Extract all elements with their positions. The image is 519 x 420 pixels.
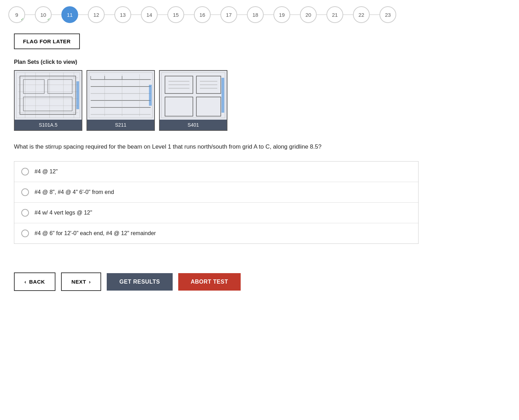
plan-sets-section: Plan Sets (click to view) (14, 59, 505, 131)
plan-thumbnail-s401 (160, 71, 227, 120)
step-circle-17[interactable]: 17 (220, 6, 237, 23)
plan-label-s211: S211 (87, 120, 154, 130)
step-item-11[interactable]: 11 (61, 6, 78, 23)
plan-sets-label: Plan Sets (click to view) (14, 59, 505, 65)
step-item-23[interactable]: 23 (379, 6, 396, 23)
step-connector-11 (290, 14, 300, 15)
svg-rect-32 (149, 85, 152, 106)
step-connector-5 (131, 14, 141, 15)
step-connector-7 (184, 14, 194, 15)
step-circle-10[interactable]: 10✓ (35, 6, 52, 23)
step-item-15[interactable]: 15 (167, 6, 184, 23)
step-connector-6 (158, 14, 167, 15)
step-item-14[interactable]: 14 (141, 6, 158, 23)
step-connector-3 (78, 14, 88, 15)
option-text-1: #4 @ 12" (35, 168, 58, 175)
option-text-2: #4 @ 8", #4 @ 4" 6'-0" from end (35, 189, 114, 195)
step-item-18[interactable]: 18 (247, 6, 264, 23)
step-connector-10 (264, 14, 273, 15)
options-container: #4 @ 12" #4 @ 8", #4 @ 4" 6'-0" from end… (14, 161, 419, 244)
step-item-21[interactable]: 21 (326, 6, 343, 23)
svg-rect-33 (160, 71, 227, 120)
step-navigator: 9✓10✓11121314151617181920212223 (0, 0, 519, 27)
svg-rect-17 (76, 81, 79, 109)
step-connector-13 (343, 14, 353, 15)
step-check-icon-9: ✓ (21, 17, 24, 22)
step-circle-14[interactable]: 14 (141, 6, 158, 23)
plan-label-s101a5: S101A.5 (15, 120, 82, 130)
step-circle-15[interactable]: 15 (167, 6, 184, 23)
step-item-22[interactable]: 22 (353, 6, 370, 23)
step-connector-8 (211, 14, 220, 15)
option-text-3: #4 w/ 4 vert legs @ 12" (35, 210, 92, 216)
step-item-19[interactable]: 19 (273, 6, 290, 23)
get-results-button[interactable]: GET RESULTS (107, 273, 172, 291)
abort-test-button[interactable]: ABORT TEST (178, 273, 241, 291)
step-circle-21[interactable]: 21 (326, 6, 343, 23)
step-connector-14 (370, 14, 379, 15)
step-circle-13[interactable]: 13 (114, 6, 131, 23)
back-arrow-icon: ‹ (24, 279, 27, 285)
step-circle-11[interactable]: 11 (61, 6, 78, 23)
step-circle-20[interactable]: 20 (300, 6, 317, 23)
option-row-2[interactable]: #4 @ 8", #4 @ 4" 6'-0" from end (14, 182, 418, 203)
plan-card-s101a5[interactable]: S101A.5 (14, 70, 82, 131)
step-item-12[interactable]: 12 (88, 6, 105, 23)
step-connector-12 (317, 14, 326, 15)
step-connector-1 (25, 14, 35, 15)
step-connector-9 (237, 14, 247, 15)
bottom-bar: ‹ BACK NEXT › GET RESULTS ABORT TEST (0, 265, 519, 298)
step-circle-22[interactable]: 22 (353, 6, 370, 23)
plan-card-s401[interactable]: S401 (159, 70, 227, 131)
svg-rect-18 (87, 71, 154, 120)
option-radio-3[interactable] (21, 209, 29, 217)
plan-card-s211[interactable]: S211 (86, 70, 155, 131)
step-item-13[interactable]: 13 (114, 6, 131, 23)
next-label: NEXT (72, 279, 86, 285)
step-circle-23[interactable]: 23 (379, 6, 396, 23)
plan-thumbnail-s211 (87, 71, 154, 120)
step-circle-12[interactable]: 12 (88, 6, 105, 23)
step-connector-2 (52, 14, 61, 15)
step-item-17[interactable]: 17 (220, 6, 237, 23)
step-connector-4 (105, 14, 114, 15)
step-circle-16[interactable]: 16 (194, 6, 211, 23)
next-arrow-icon: › (89, 279, 91, 285)
next-button[interactable]: NEXT › (61, 272, 101, 291)
step-check-icon-10: ✓ (47, 17, 50, 22)
option-row-4[interactable]: #4 @ 6" for 12'-0" each end, #4 @ 12" re… (14, 223, 418, 243)
option-radio-4[interactable] (21, 230, 29, 237)
step-circle-9[interactable]: 9✓ (8, 6, 25, 23)
plan-sets-row: S101A.5 (14, 70, 505, 131)
step-item-16[interactable]: 16 (194, 6, 211, 23)
main-content: FLAG FOR LATER Plan Sets (click to view) (0, 27, 519, 265)
option-text-4: #4 @ 6" for 12'-0" each end, #4 @ 12" re… (35, 230, 156, 237)
step-item-20[interactable]: 20 (300, 6, 317, 23)
option-radio-1[interactable] (21, 168, 29, 175)
step-item-9[interactable]: 9✓ (8, 6, 25, 23)
option-row-1[interactable]: #4 @ 12" (14, 162, 418, 182)
flag-for-later-button[interactable]: FLAG FOR LATER (14, 33, 80, 49)
option-row-3[interactable]: #4 w/ 4 vert legs @ 12" (14, 203, 418, 223)
step-circle-18[interactable]: 18 (247, 6, 264, 23)
plan-thumbnail-s101a5 (15, 71, 82, 120)
back-label: BACK (29, 279, 45, 285)
option-radio-2[interactable] (21, 188, 29, 196)
step-circle-19[interactable]: 19 (273, 6, 290, 23)
step-item-10[interactable]: 10✓ (35, 6, 52, 23)
question-text: What is the stirrup spacing required for… (14, 142, 419, 151)
back-button[interactable]: ‹ BACK (14, 272, 55, 291)
plan-label-s401: S401 (160, 120, 227, 130)
svg-rect-45 (221, 78, 224, 113)
svg-rect-0 (15, 71, 82, 120)
